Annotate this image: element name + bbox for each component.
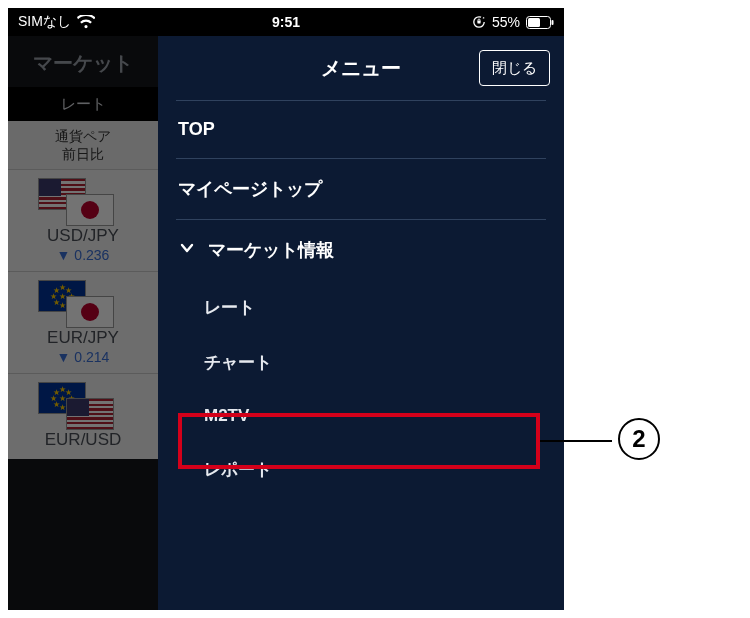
battery-percent: 55%: [492, 14, 520, 30]
pair-cell[interactable]: EUR/JPY▼ 0.214: [8, 271, 158, 373]
submenu-report[interactable]: レポート: [176, 442, 546, 497]
battery-icon: [526, 16, 554, 29]
pair-cell[interactable]: USD/JPY▼ 0.236: [8, 169, 158, 271]
menu-item-mypage[interactable]: マイページトップ: [176, 159, 546, 219]
column-header: 通貨ペア前日比: [8, 121, 158, 169]
submenu-rate[interactable]: レート: [176, 280, 546, 335]
page-title: マーケット: [8, 36, 158, 87]
menu-drawer: メニュー 閉じる TOP マイページトップ マーケット情報 レート チャート M…: [158, 36, 564, 610]
pair-name: USD/JPY: [8, 226, 158, 246]
wifi-icon: [77, 15, 95, 29]
menu-item-top[interactable]: TOP: [176, 101, 546, 158]
pair-name: EUR/USD: [8, 430, 158, 450]
tab-bar: レート: [8, 87, 158, 121]
flag-icon: [66, 296, 114, 328]
submenu-chart[interactable]: チャート: [176, 335, 546, 390]
submenu-m2tv[interactable]: M2TV: [176, 390, 546, 442]
sim-status: SIMなし: [18, 13, 71, 31]
flag-icon: [66, 194, 114, 226]
pair-diff: ▼ 0.214: [8, 349, 158, 365]
clock: 9:51: [272, 14, 300, 30]
menu-item-label: マーケット情報: [208, 238, 334, 262]
pair-diff: ▼ 0.236: [8, 247, 158, 263]
pair-name: EUR/JPY: [8, 328, 158, 348]
chevron-down-icon: [178, 239, 196, 262]
pair-cell[interactable]: EUR/USD: [8, 373, 158, 459]
close-button[interactable]: 閉じる: [479, 50, 550, 86]
svg-rect-1: [477, 21, 480, 24]
menu-item-market-info[interactable]: マーケット情報: [176, 220, 546, 280]
phone-frame: SIMなし 9:51 55% マーケット レート 通貨ペア前日比 USD/JPY…: [8, 8, 564, 610]
background-screen: マーケット レート 通貨ペア前日比 USD/JPY▼ 0.236EUR/JPY▼…: [8, 36, 158, 610]
flag-icon: [66, 398, 114, 430]
annotation-line: [540, 440, 612, 442]
svg-rect-4: [552, 20, 554, 25]
tab-rate[interactable]: レート: [61, 95, 106, 114]
annotation-number: 2: [618, 418, 660, 460]
drawer-title: メニュー: [321, 55, 401, 82]
svg-rect-3: [528, 18, 540, 27]
status-bar: SIMなし 9:51 55%: [8, 8, 564, 36]
orientation-lock-icon: [472, 15, 486, 29]
